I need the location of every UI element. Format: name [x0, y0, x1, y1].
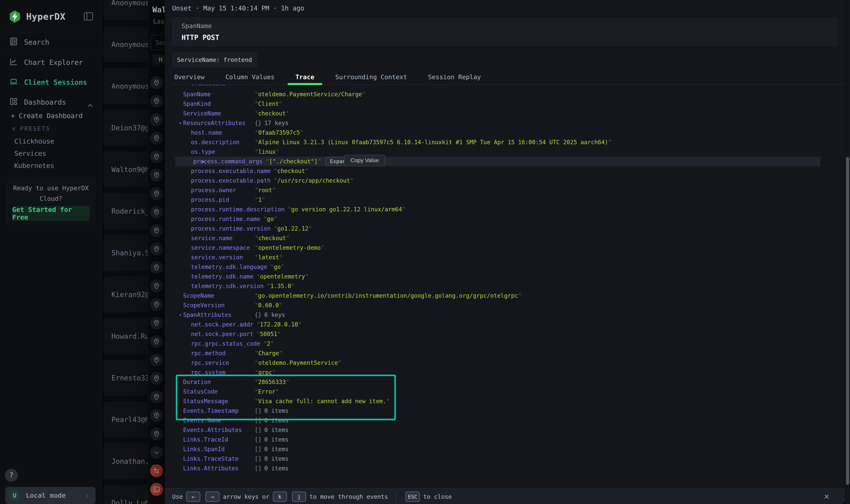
session-list-item[interactable]: Jonathan.B [104, 443, 148, 479]
session-event-marker[interactable] [148, 240, 165, 258]
trace-row[interactable]: net.sock.peer.port"50051" [165, 329, 845, 339]
trace-row[interactable]: ServiceName"checkout" [165, 109, 845, 118]
trace-row[interactable]: service.namespace"opentelemetry-demo" [165, 243, 845, 253]
trace-row[interactable]: StatusCode"Error" [165, 387, 845, 396]
session-list-item[interactable]: Anonymous [104, 26, 148, 62]
session-list-item[interactable]: Deion37@gm [104, 110, 148, 146]
trace-row[interactable]: rpc.method"Charge" [165, 348, 845, 358]
session-event-marker[interactable] [148, 369, 165, 388]
tab-overview[interactable]: Overview [172, 69, 207, 85]
trace-row[interactable]: process.executable.name"checkout" [165, 166, 845, 176]
help-button[interactable]: ? [5, 469, 18, 482]
tab-column-values[interactable]: Column Values [223, 69, 277, 85]
trace-row[interactable]: ▾SpanAttributes{}6 keys [165, 310, 845, 320]
trace-row[interactable]: process.owner"root" [165, 185, 845, 195]
sidebar-item-dashboards[interactable]: Dashboards [0, 92, 101, 112]
create-dashboard-button[interactable]: + Create Dashboard [11, 112, 83, 120]
trace-row[interactable]: process.runtime.description"go version g… [165, 204, 845, 214]
trace-row[interactable]: process.runtime.version"go1.22.12" [165, 224, 845, 233]
session-list-item[interactable]: Pearl43@ho [104, 402, 148, 437]
trace-row[interactable]: rpc.grpc.status_code"2" [165, 339, 845, 348]
trace-row[interactable]: os.type"linux" [165, 147, 845, 157]
trace-row[interactable]: StatusMessage"Visa cache full: cannot ad… [165, 396, 845, 406]
sidebar-item-chart-explorer[interactable]: Chart Explorer [0, 53, 101, 72]
trace-row[interactable]: ▾ResourceAttributes{}17 keys [165, 118, 845, 128]
scrollbar-thumb[interactable] [846, 157, 849, 485]
session-list-item[interactable]: Shaniya.Sc [104, 235, 148, 271]
session-event-marker[interactable] [148, 221, 165, 240]
trace-row[interactable]: rpc.system"grpc" [165, 367, 845, 377]
sidebar-preset-services[interactable]: Services [14, 150, 46, 157]
session-list-item[interactable]: Anonymous [104, 68, 148, 104]
sidebar-preset-clickhouse[interactable]: Clickhouse [14, 138, 54, 145]
tab-surrounding-context[interactable]: Surrounding Context [333, 69, 410, 85]
session-event-marker[interactable] [148, 203, 165, 221]
sidebar-collapse-icon[interactable] [83, 11, 94, 22]
trace-row[interactable]: net.sock.peer.addr"172.28.0.10" [165, 320, 845, 329]
session-event-marker[interactable] [148, 276, 165, 295]
trace-row[interactable]: ScopeVersion"0.60.0" [165, 301, 845, 310]
trace-row[interactable]: SpanName"oteldemo.PaymentService/Charge" [165, 89, 845, 99]
trace-row[interactable]: telemetry.sdk.name"opentelemetry" [165, 272, 845, 281]
session-list-item[interactable]: Howard.Run [104, 318, 148, 354]
trace-row[interactable]: host.name"0faab73597c5" [165, 128, 845, 138]
session-list-item[interactable]: Dolly.Lubo [104, 485, 148, 504]
sidebar-preset-kubernetes[interactable]: Kubernetes [14, 162, 54, 169]
trace-row[interactable]: Links.TraceState[]0 items [165, 454, 845, 464]
trace-row[interactable]: Links.TraceId[]0 items [165, 435, 845, 444]
service-name-chip[interactable]: ServiceName: frontend [172, 52, 257, 67]
session-list-item[interactable]: Anonymous [104, 0, 148, 21]
trace-row[interactable]: Links.SpanId[]0 items [165, 444, 845, 454]
session-event-marker[interactable] [148, 480, 165, 499]
session-event-marker[interactable] [148, 295, 165, 313]
session-list-item[interactable]: Kieran92@h [104, 276, 148, 312]
trace-row[interactable]: rpc.service"oteldemo.PaymentService" [165, 358, 845, 367]
session-event-marker[interactable] [148, 110, 165, 129]
trace-row[interactable]: ScopeName"go.opentelemetry.io/contrib/in… [165, 291, 845, 301]
trace-row[interactable]: service.name"checkout" [165, 233, 845, 243]
copy-value-button[interactable]: Copy Value [344, 155, 385, 166]
session-event-marker[interactable] [148, 332, 165, 350]
session-event-marker[interactable] [148, 313, 165, 332]
trace-row[interactable]: process.executable.path"/usr/src/app/che… [165, 176, 845, 185]
trace-row[interactable]: service.version"latest" [165, 253, 845, 262]
session-event-marker[interactable] [148, 425, 165, 443]
trace-row[interactable]: Links.Attributes[]0 items [165, 464, 845, 473]
tab-trace[interactable]: Trace [293, 69, 317, 85]
session-list-item[interactable]: Ernesto33@ [104, 360, 148, 396]
session-event-marker[interactable] [148, 92, 165, 110]
close-icon[interactable]: ✕ [824, 491, 829, 501]
sidebar-item-client-sessions[interactable]: Client Sessions [0, 72, 101, 92]
trace-row[interactable]: process.pid"1" [165, 195, 845, 204]
trace-row[interactable]: Events.Name[]0 items [165, 416, 845, 425]
session-filter-button[interactable]: H [153, 54, 165, 65]
tab-session-replay[interactable]: Session Replay [426, 69, 483, 85]
user-menu[interactable]: U Local mode › [5, 487, 95, 504]
presets-section-toggle[interactable]: ∨ PRESETS [12, 125, 50, 132]
session-event-marker[interactable] [148, 443, 165, 462]
session-event-marker[interactable] [148, 129, 165, 147]
trace-row[interactable]: os.description"Alpine Linux 3.21.3 (Linu… [165, 138, 845, 147]
session-event-marker[interactable] [148, 388, 165, 406]
session-event-marker[interactable] [148, 350, 165, 369]
trace-row[interactable]: Duration"28656333" [165, 377, 845, 387]
session-search-input[interactable]: Sea [151, 35, 165, 50]
session-event-marker[interactable] [148, 406, 165, 425]
session-list-item[interactable]: Roderick_S [104, 193, 148, 229]
session-event-marker[interactable] [148, 462, 165, 480]
trace-row[interactable]: Events.Attributes[]0 items [165, 425, 845, 435]
sidebar-item-search[interactable]: Search [0, 32, 101, 53]
session-event-marker[interactable] [148, 184, 165, 203]
session-event-marker[interactable] [148, 166, 165, 184]
session-event-marker[interactable] [148, 258, 165, 276]
trace-row[interactable]: SpanKind"Client" [165, 99, 845, 109]
get-started-button[interactable]: Get Started for Free [12, 206, 90, 221]
session-event-marker[interactable] [148, 73, 165, 92]
trace-row[interactable]: process.runtime.name"go" [165, 214, 845, 224]
trace-row[interactable]: Events.Timestamp[]0 items [165, 406, 845, 416]
session-list-item[interactable]: Walton9@ho [104, 151, 148, 187]
trace-row[interactable]: telemetry.sdk.language"go" [165, 262, 845, 272]
session-event-marker[interactable] [148, 147, 165, 166]
trace-row[interactable]: ▶process.command_args"["./checkout"]"Exp… [165, 157, 845, 166]
trace-row[interactable]: telemetry.sdk.version"1.35.0" [165, 281, 845, 291]
